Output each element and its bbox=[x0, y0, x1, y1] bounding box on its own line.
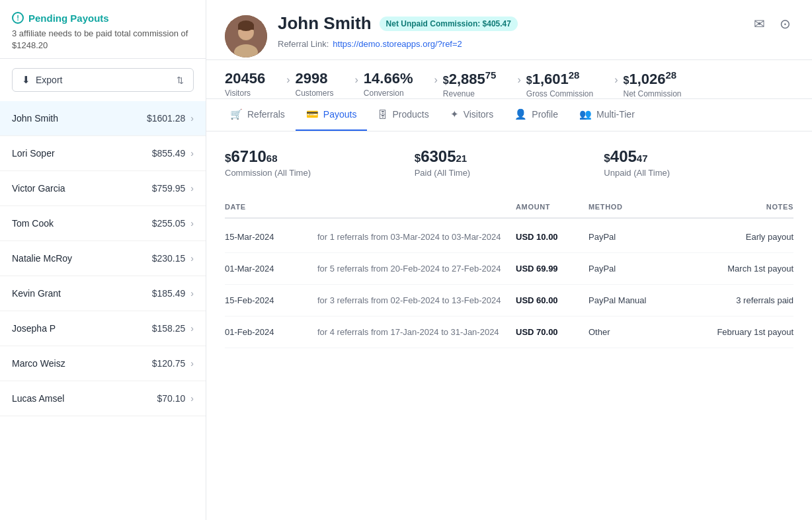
affiliate-right: $1601.28 › bbox=[147, 113, 194, 124]
commission-total-label: Commission (All Time) bbox=[225, 168, 415, 178]
profile-name-row: John Smith Net Unpaid Commission: $405.4… bbox=[278, 13, 793, 34]
affiliate-amount: $158.25 bbox=[152, 323, 186, 334]
chevron-right-icon: › bbox=[190, 183, 194, 194]
tab-multitier-icon: 👥 bbox=[579, 108, 592, 120]
email-icon[interactable]: ✉ bbox=[751, 13, 768, 34]
td-amount: USD 69.99 bbox=[516, 264, 589, 274]
td-amount: USD 60.00 bbox=[516, 295, 589, 305]
tab-payouts-label: Payouts bbox=[323, 109, 357, 120]
affiliate-list: John Smith $1601.28 › Lori Soper $855.49… bbox=[0, 101, 206, 520]
stat-separator-icon: › bbox=[434, 74, 437, 86]
td-method: Other bbox=[589, 327, 688, 337]
stat-separator-icon: › bbox=[614, 74, 618, 86]
stat-item: 14.66% Conversion bbox=[364, 70, 429, 98]
affiliate-item[interactable]: Lucas Amsel $70.10 › bbox=[0, 381, 206, 416]
stat-label: Gross Commission bbox=[526, 89, 593, 98]
td-description: for 4 referrals from 17-Jan-2024 to 31-J… bbox=[317, 327, 516, 337]
tab-visitors[interactable]: ✦ Visitors bbox=[440, 99, 505, 131]
commission-total: $671068 Commission (All Time) bbox=[225, 147, 415, 178]
chevron-right-icon: › bbox=[190, 323, 194, 334]
sidebar: Pending Payouts 3 affiliate needs to be … bbox=[0, 0, 206, 520]
td-method: PayPal bbox=[589, 232, 688, 242]
tab-profile-icon: 👤 bbox=[514, 108, 527, 120]
tab-payouts[interactable]: 💳 Payouts bbox=[296, 99, 368, 131]
avatar-image bbox=[225, 15, 267, 57]
affiliate-item[interactable]: Marco Weisz $120.75 › bbox=[0, 346, 206, 381]
affiliate-amount: $255.05 bbox=[152, 218, 186, 229]
profile-info: John Smith Net Unpaid Commission: $405.4… bbox=[278, 13, 793, 59]
td-description: for 1 referrals from 03-Mar-2024 to 03-M… bbox=[317, 232, 516, 242]
col-date: DATE bbox=[225, 203, 317, 211]
affiliate-name: Kevin Grant bbox=[12, 288, 61, 299]
chevron-right-icon: › bbox=[190, 358, 194, 369]
user-circle-icon[interactable]: ⊙ bbox=[777, 13, 793, 34]
td-description: for 3 referrals from 02-Feb-2024 to 13-F… bbox=[317, 295, 516, 305]
tab-referrals-label: Referrals bbox=[247, 109, 285, 120]
affiliate-name: Marco Weisz bbox=[12, 358, 65, 369]
td-notes: February 1st payout bbox=[688, 327, 793, 337]
commission-paid-label: Paid (All Time) bbox=[415, 168, 604, 178]
table-row: 01-Mar-2024 for 5 referrals from 20-Feb-… bbox=[225, 253, 793, 285]
profile-name: John Smith bbox=[278, 13, 372, 34]
stat-separator-icon: › bbox=[286, 74, 290, 86]
export-left: ⬇ Export bbox=[22, 74, 62, 86]
chevron-right-icon: › bbox=[190, 393, 194, 404]
commission-summary: $671068 Commission (All Time) $630521 Pa… bbox=[225, 147, 793, 178]
affiliate-name: Natalie McRoy bbox=[12, 253, 72, 264]
stat-label: Customers bbox=[296, 89, 334, 98]
commission-paid: $630521 Paid (All Time) bbox=[415, 147, 604, 178]
chevron-right-icon: › bbox=[190, 253, 194, 264]
affiliate-name: Tom Cook bbox=[12, 218, 54, 229]
stats-row: 20456 Visitors › 2998 Customers › 14.66%… bbox=[206, 60, 812, 99]
col-amount: AMOUNT bbox=[516, 203, 589, 211]
chevron-right-icon: › bbox=[190, 218, 194, 229]
pending-desc: 3 affiliate needs to be paid total commi… bbox=[12, 28, 194, 52]
referral-link[interactable]: https://demo.storeapps.org/?ref=2 bbox=[333, 39, 462, 49]
tab-multitier-label: Multi-Tier bbox=[596, 109, 635, 120]
pending-icon bbox=[12, 12, 24, 24]
affiliate-right: $185.49 › bbox=[152, 288, 194, 299]
affiliate-item[interactable]: John Smith $1601.28 › bbox=[0, 101, 206, 136]
stat-label: Revenue bbox=[443, 89, 497, 98]
profile-header: John Smith Net Unpaid Commission: $405.4… bbox=[206, 0, 812, 60]
stat-label: Visitors bbox=[225, 89, 265, 98]
stat-item: 2998 Customers bbox=[296, 70, 350, 98]
affiliate-right: $70.10 › bbox=[157, 393, 194, 404]
tab-profile[interactable]: 👤 Profile bbox=[504, 99, 569, 131]
tab-multitier[interactable]: 👥 Multi-Tier bbox=[569, 99, 645, 131]
table-row: 15-Feb-2024 for 3 referrals from 02-Feb-… bbox=[225, 285, 793, 316]
col-notes: NOTES bbox=[688, 203, 793, 211]
affiliate-item[interactable]: Kevin Grant $185.49 › bbox=[0, 276, 206, 311]
pending-title-text: Pending Payouts bbox=[28, 13, 109, 24]
affiliate-item[interactable]: Tom Cook $255.05 › bbox=[0, 206, 206, 241]
tab-payouts-icon: 💳 bbox=[306, 108, 319, 120]
affiliate-amount: $185.49 bbox=[152, 288, 186, 299]
affiliate-right: $255.05 › bbox=[152, 218, 194, 229]
affiliate-name: John Smith bbox=[12, 113, 58, 124]
commission-unpaid-label: Unpaid (All Time) bbox=[604, 168, 793, 178]
table-row: 01-Feb-2024 for 4 referrals from 17-Jan-… bbox=[225, 316, 793, 348]
table-row: 15-Mar-2024 for 1 referrals from 03-Mar-… bbox=[225, 221, 793, 253]
td-notes: March 1st payout bbox=[688, 264, 793, 274]
col-empty bbox=[317, 203, 516, 211]
pending-payouts-header: Pending Payouts 3 affiliate needs to be … bbox=[0, 0, 206, 59]
table-header: DATE AMOUNT METHOD NOTES bbox=[225, 196, 793, 219]
export-button[interactable]: ⬇ Export ⇅ bbox=[12, 68, 194, 92]
tab-referrals[interactable]: 🛒 Referrals bbox=[220, 99, 296, 131]
commission-paid-value: $630521 bbox=[415, 147, 604, 166]
avatar bbox=[225, 15, 267, 57]
stat-item: 20456 Visitors bbox=[225, 70, 281, 98]
chevron-right-icon: › bbox=[190, 288, 194, 299]
affiliate-amount: $1601.28 bbox=[147, 113, 185, 124]
affiliate-item[interactable]: Josepha P $158.25 › bbox=[0, 311, 206, 346]
affiliate-name: Victor Garcia bbox=[12, 183, 65, 194]
td-notes: 3 referrals paid bbox=[688, 295, 793, 305]
affiliate-right: $759.95 › bbox=[152, 183, 194, 194]
affiliate-item[interactable]: Victor Garcia $759.95 › bbox=[0, 171, 206, 206]
tab-products[interactable]: 🗄 Products bbox=[367, 99, 439, 131]
affiliate-item[interactable]: Natalie McRoy $230.15 › bbox=[0, 241, 206, 276]
main-panel: John Smith Net Unpaid Commission: $405.4… bbox=[206, 0, 812, 520]
tabs: 🛒 Referrals 💳 Payouts 🗄 Products ✦ Visit… bbox=[206, 99, 812, 131]
net-unpaid-badge: Net Unpaid Commission: $405.47 bbox=[380, 17, 518, 31]
affiliate-item[interactable]: Lori Soper $855.49 › bbox=[0, 136, 206, 171]
